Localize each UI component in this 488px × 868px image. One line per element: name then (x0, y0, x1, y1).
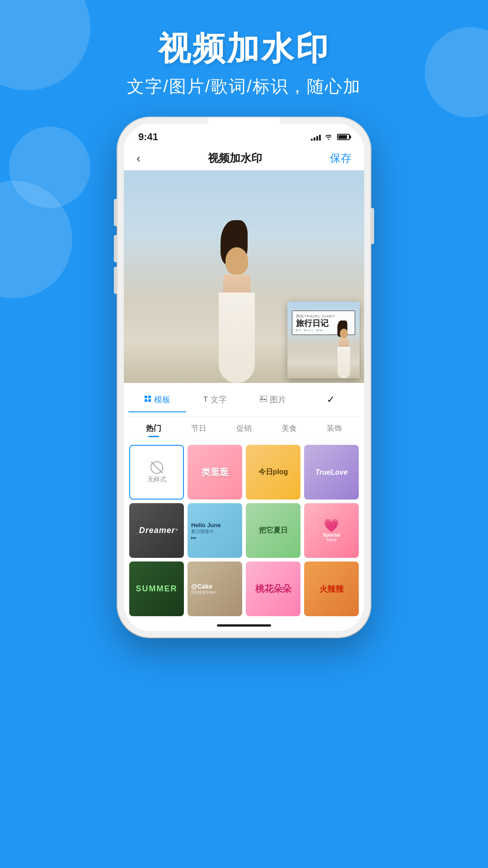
phone-mockup: 9:41 (117, 118, 371, 637)
svg-rect-4 (260, 396, 267, 402)
no-style-icon (150, 461, 163, 474)
battery-icon (337, 134, 350, 140)
flowers-label: 桃花朵朵 (255, 583, 291, 595)
tab-template-label: 模板 (154, 394, 170, 405)
summer-label: SUMMER (136, 584, 178, 594)
category-decor[interactable]: 装饰 (312, 421, 357, 435)
love-label: TrueLove (315, 468, 348, 476)
cake-sub: 甜甜蜜蜜幸福中 (191, 590, 216, 595)
category-promo[interactable]: 促销 (221, 421, 267, 435)
template-grid: 无样式 类逛逛 今日plog TrueLove (124, 440, 364, 621)
watermark-small-text: 我的TRAVEL DIARY (296, 314, 351, 319)
june-sub: 夏日慢慢中... (191, 528, 217, 535)
template-blog[interactable]: 今日plog (246, 445, 300, 500)
cute-label: 类逛逛 (202, 466, 229, 478)
blog-label: 今日plog (258, 467, 288, 477)
small-figure (333, 329, 355, 378)
cake-main: @Cake (191, 583, 212, 590)
status-time: 9:41 (138, 131, 158, 143)
special-label: Special (323, 532, 340, 538)
template-summer-day[interactable]: 把它夏日 (246, 503, 300, 558)
template-no-style[interactable]: 无样式 (129, 445, 184, 500)
no-style-label: 无样式 (147, 476, 166, 484)
nav-back-button[interactable]: ‹ (136, 151, 141, 165)
home-indicator (124, 621, 364, 631)
svg-rect-2 (145, 399, 147, 402)
spicy-label: 火辣辣 (319, 584, 344, 594)
special-sub: friend (326, 538, 337, 542)
june-extra: ▶▶ (191, 536, 197, 540)
watermark-card-image: 我的TRAVEL DIARY 旅行日记 BY MILL MM (287, 302, 360, 378)
tab-image[interactable]: 图片 (244, 388, 302, 411)
template-icon (144, 395, 151, 404)
svg-rect-1 (148, 396, 151, 398)
heart-icon: 💗 (324, 519, 339, 532)
phone-inner: 9:41 (124, 124, 364, 631)
nav-bar: ‹ 视频加水印 保存 (124, 146, 364, 170)
signal-icon (311, 133, 321, 141)
template-summer[interactable]: SUMMER (129, 561, 184, 616)
header-area: 视频加水印 文字/图片/歌词/标识，随心加 (0, 27, 488, 98)
wifi-icon (324, 132, 333, 142)
nav-save-button[interactable]: 保存 (330, 151, 352, 165)
category-hot[interactable]: 热门 (131, 421, 176, 435)
image-icon (260, 396, 267, 404)
svg-rect-3 (148, 399, 151, 402)
template-cake[interactable]: @Cake 甜甜蜜蜜幸福中 (188, 561, 242, 616)
tab-text[interactable]: T 文字 (186, 388, 244, 411)
template-june[interactable]: Hello June 夏日慢慢中... ▶▶ (188, 503, 242, 558)
phone-notch (208, 124, 280, 131)
template-dreamer[interactable]: _Dreamer* (129, 503, 184, 558)
phone-outer: 9:41 (117, 118, 371, 637)
summer-day-label: 把它夏日 (259, 526, 288, 535)
check-icon: ✓ (319, 389, 342, 410)
tab-template[interactable]: 模板 (128, 388, 186, 412)
template-special[interactable]: 💗 Special friend (304, 503, 359, 558)
tab-text-label: 文字 (211, 394, 227, 405)
header-title: 视频加水印 (0, 27, 488, 71)
svg-point-5 (261, 396, 263, 398)
dreamer-label: _Dreamer* (135, 526, 178, 535)
tab-bar: 模板 T 文字 图片 (124, 383, 364, 417)
svg-rect-0 (145, 396, 147, 398)
tab-image-label: 图片 (270, 394, 286, 405)
video-preview: 我的TRAVEL DIARY 旅行日记 BY MILL MM (124, 170, 364, 383)
watermark-preview-card[interactable]: 我的TRAVEL DIARY 旅行日记 BY MILL MM (287, 302, 360, 378)
template-cute[interactable]: 类逛逛 (188, 445, 242, 500)
status-icons (311, 132, 350, 142)
beach-scene: 我的TRAVEL DIARY 旅行日记 BY MILL MM (124, 170, 364, 383)
tab-check[interactable]: ✓ (302, 383, 360, 416)
category-holiday[interactable]: 节日 (176, 421, 221, 435)
june-main: Hello June (191, 522, 221, 528)
nav-title: 视频加水印 (208, 151, 262, 165)
category-food[interactable]: 美食 (267, 421, 312, 435)
header-subtitle: 文字/图片/歌词/标识，随心加 (0, 75, 488, 98)
category-bar: 热门 节日 促销 美食 装饰 (124, 417, 364, 440)
main-figure (201, 229, 273, 383)
bottom-toolbar: 模板 T 文字 图片 (124, 383, 364, 631)
template-flowers[interactable]: 桃花朵朵 (246, 561, 300, 616)
text-icon: T (203, 396, 208, 404)
bg-decor-circle-4 (9, 127, 90, 208)
template-love[interactable]: TrueLove (304, 445, 359, 500)
home-bar (217, 624, 271, 627)
template-spicy[interactable]: 火辣辣 (304, 561, 359, 616)
